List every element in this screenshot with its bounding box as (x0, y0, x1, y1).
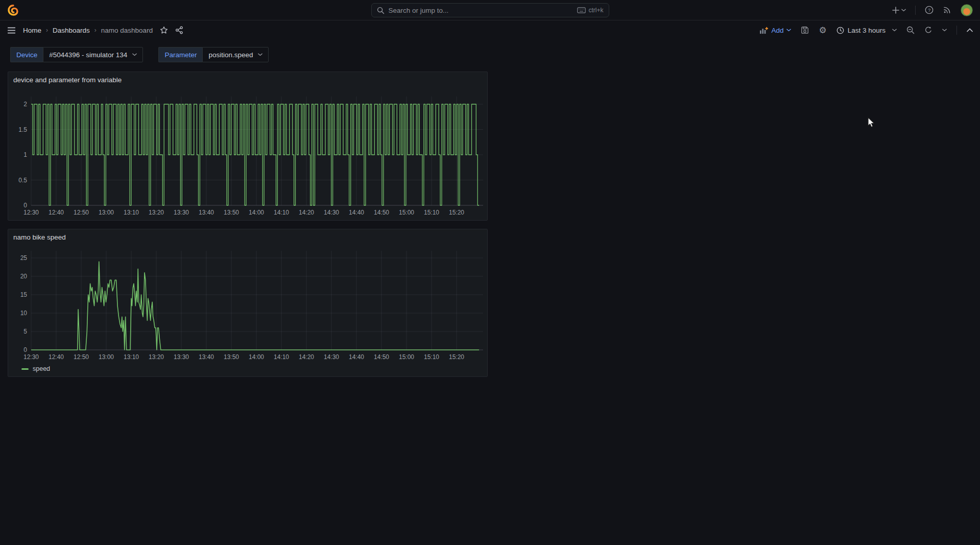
panel-device-parameter-header[interactable]: device and parameter from variable (8, 72, 487, 87)
variable-parameter: Parameter position.speed (158, 47, 269, 62)
x-tick-label: 12:40 (49, 209, 64, 216)
x-tick-label: 15:20 (449, 353, 464, 361)
search-input[interactable]: Search or jump to... ctrl+k (371, 3, 609, 17)
variable-device-select[interactable]: #5044396 - simulator 134 (43, 47, 143, 62)
x-tick-label: 14:20 (299, 209, 314, 216)
refresh-icon (924, 26, 933, 34)
x-tick-label: 13:00 (99, 353, 114, 361)
x-tick-label: 14:30 (324, 353, 339, 361)
dashboard-content: Device #5044396 - simulator 134 Paramete… (0, 40, 980, 377)
time-range-picker[interactable]: Last 3 hours (836, 27, 897, 34)
y-tick-label: 25 (20, 254, 28, 262)
y-tick-label: 0.5 (18, 177, 27, 184)
refresh-interval-picker[interactable] (942, 29, 947, 32)
save-icon (801, 26, 809, 34)
zoom-out-icon (906, 26, 915, 34)
variable-parameter-value: position.speed (208, 51, 253, 59)
search-placeholder: Search or jump to... (389, 7, 573, 14)
y-tick-label: 0 (23, 202, 27, 209)
breadcrumb-separator: › (94, 27, 97, 34)
breadcrumb-home[interactable]: Home (23, 27, 41, 34)
breadcrumb: Home › Dashboards › namo dashboard (23, 27, 153, 34)
x-tick-label: 14:50 (374, 353, 389, 361)
legend-series-color-dash (21, 368, 29, 370)
x-tick-label: 14:30 (324, 209, 339, 216)
search-icon (377, 7, 385, 14)
collapse-topbar-button[interactable] (967, 28, 973, 32)
y-tick-label: 1 (23, 151, 27, 158)
x-tick-label: 14:50 (374, 209, 389, 216)
star-icon (160, 26, 168, 34)
x-tick-label: 13:40 (199, 353, 214, 361)
x-tick-label: 13:50 (224, 209, 239, 216)
x-tick-label: 12:30 (23, 353, 39, 361)
topbar-divider (915, 6, 916, 15)
x-tick-label: 15:00 (399, 209, 414, 216)
x-tick-label: 13:50 (224, 353, 239, 361)
search-shortcut-hint: ctrl+k (577, 7, 603, 14)
hamburger-icon (7, 27, 16, 34)
keyboard-icon (577, 7, 586, 13)
add-panel-label: Add (771, 27, 783, 34)
new-menu-button[interactable] (892, 6, 906, 14)
x-tick-label: 14:10 (274, 353, 289, 361)
x-tick-label: 15:00 (399, 353, 414, 361)
user-avatar[interactable] (961, 4, 973, 16)
search-shortcut-label: ctrl+k (588, 7, 603, 14)
x-tick-label: 12:40 (49, 353, 64, 361)
panel-namo-bike-speed-title: namo bike speed (13, 233, 66, 241)
toolbar-divider (957, 26, 957, 35)
x-tick-label: 14:00 (249, 209, 264, 216)
share-dashboard-button[interactable] (175, 26, 183, 34)
x-tick-label: 13:40 (199, 209, 214, 216)
x-tick-label: 14:20 (299, 353, 314, 361)
chart-namo-bike-speed[interactable]: 12:3012:4012:5013:0013:1013:2013:3013:40… (8, 245, 487, 362)
series-line[interactable] (31, 262, 479, 350)
grafana-logo-icon[interactable] (7, 4, 19, 16)
y-tick-label: 0 (23, 346, 27, 353)
y-tick-label: 2 (23, 101, 27, 108)
dashboard-toolbar: Home › Dashboards › namo dashboard (0, 20, 980, 40)
x-tick-label: 13:30 (174, 209, 189, 216)
x-tick-label: 15:10 (424, 209, 439, 216)
svg-text:?: ? (928, 7, 930, 13)
mega-menu-toggle[interactable] (7, 27, 16, 34)
chevron-down-icon (132, 53, 137, 56)
help-button[interactable]: ? (925, 6, 934, 14)
plus-icon (892, 6, 900, 14)
series-line[interactable] (31, 104, 479, 205)
y-tick-label: 5 (23, 328, 27, 335)
x-tick-label: 12:30 (23, 209, 39, 216)
y-tick-label: 20 (20, 273, 28, 280)
save-dashboard-button[interactable] (801, 26, 809, 34)
panel-namo-bike-speed-header[interactable]: namo bike speed (8, 229, 487, 245)
x-tick-label: 13:20 (149, 353, 164, 361)
favorite-dashboard-button[interactable] (160, 26, 168, 34)
add-panel-button[interactable]: Add (759, 27, 791, 34)
time-range-label: Last 3 hours (848, 27, 886, 34)
chart-device-parameter[interactable]: 12:3012:4012:5013:0013:1013:2013:3013:40… (8, 87, 487, 218)
panel-namo-bike-speed: namo bike speed 12:3012:4012:5013:0013:1… (8, 229, 488, 377)
gear-icon: ⚙ (819, 26, 826, 35)
x-tick-label: 13:10 (124, 353, 139, 361)
breadcrumb-dashboards[interactable]: Dashboards (53, 27, 90, 34)
topbar-right-actions: ? (892, 4, 973, 16)
variable-device-value: #5044396 - simulator 134 (49, 51, 127, 59)
zoom-out-time-button[interactable] (906, 26, 915, 34)
dashboard-settings-button[interactable]: ⚙ (819, 26, 826, 35)
clock-icon (836, 27, 844, 34)
refresh-dashboard-button[interactable] (924, 26, 933, 34)
chevron-up-icon (967, 28, 973, 32)
breadcrumb-current-dashboard: namo dashboard (101, 27, 153, 34)
x-tick-label: 14:40 (349, 353, 364, 361)
panel-device-parameter: device and parameter from variable 12:30… (8, 72, 488, 221)
chevron-down-icon (786, 29, 791, 32)
variable-parameter-select[interactable]: position.speed (202, 47, 269, 62)
news-button[interactable] (943, 6, 951, 14)
variable-device-label: Device (10, 47, 43, 62)
chart-legend: speed (8, 364, 487, 376)
legend-series-label[interactable]: speed (33, 365, 50, 372)
chevron-down-icon (901, 9, 906, 12)
x-tick-label: 13:30 (174, 353, 189, 361)
top-bar: Search or jump to... ctrl+k (0, 0, 980, 20)
